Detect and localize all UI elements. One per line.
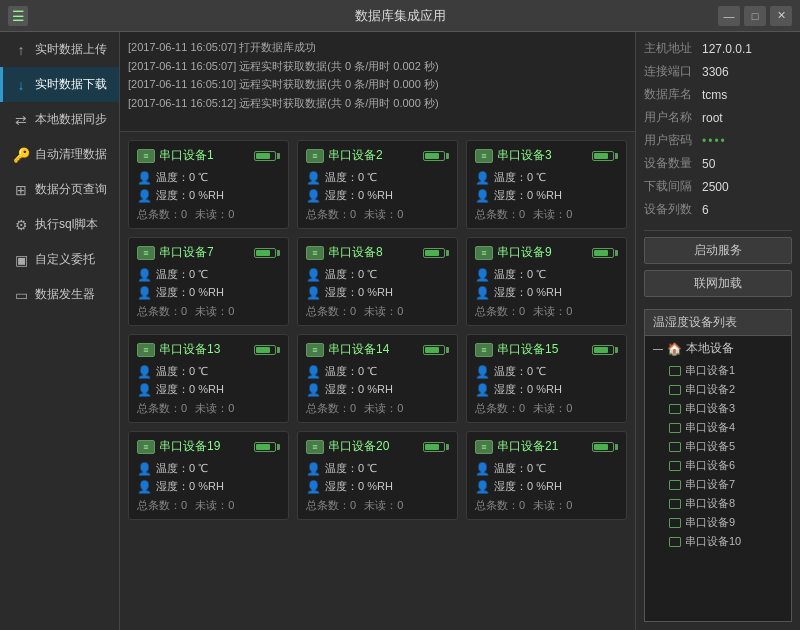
list-item[interactable]: 串口设备9	[645, 513, 791, 532]
generator-icon: ▭	[13, 287, 29, 303]
port-label: 连接端口	[644, 63, 702, 80]
device-card-header: 串口设备2	[306, 147, 449, 164]
device-list-local: — 🏠 本地设备	[645, 336, 791, 361]
list-device-icon	[669, 423, 681, 433]
battery-icon	[254, 248, 280, 258]
unread-label: 未读：0	[364, 401, 403, 416]
device-card-title: 串口设备8	[306, 244, 383, 261]
sidebar-item-query[interactable]: ⊞ 数据分页查询	[0, 172, 119, 207]
list-device-icon	[669, 366, 681, 376]
device-card-title: 串口设备1	[137, 147, 214, 164]
temp-value: 温度：0 ℃	[325, 170, 377, 185]
total-label: 总条数：0	[475, 498, 525, 513]
battery-fill	[425, 250, 439, 256]
humidity-icon: 👤	[475, 189, 490, 203]
temp-icon: 👤	[137, 462, 152, 476]
humidity-row: 👤 湿度：0 %RH	[137, 479, 280, 494]
battery-icon	[254, 151, 280, 161]
serial-icon	[475, 246, 493, 260]
battery-tip	[446, 347, 449, 353]
battery-tip	[615, 153, 618, 159]
list-item[interactable]: 串口设备10	[645, 532, 791, 551]
close-button[interactable]: ✕	[770, 6, 792, 26]
list-item[interactable]: 串口设备6	[645, 456, 791, 475]
battery-fill	[425, 153, 439, 159]
total-label: 总条数：0	[475, 304, 525, 319]
temp-row: 👤 温度：0 ℃	[475, 267, 618, 282]
serial-icon	[306, 149, 324, 163]
window-controls: — □ ✕	[718, 6, 792, 26]
device-card: 串口设备2 👤 温度：0 ℃ 👤 湿度：0 %RH 总条数：0 未读：0	[297, 140, 458, 229]
battery-fill	[425, 347, 439, 353]
start-service-button[interactable]: 启动服务	[644, 237, 792, 264]
sidebar-item-delegate[interactable]: ▣ 自定义委托	[0, 242, 119, 277]
battery-icon	[592, 345, 618, 355]
humidity-icon: 👤	[306, 480, 321, 494]
temp-row: 👤 温度：0 ℃	[137, 461, 280, 476]
temp-row: 👤 温度：0 ℃	[475, 461, 618, 476]
list-item[interactable]: 串口设备4	[645, 418, 791, 437]
device-list-items: 串口设备1串口设备2串口设备3串口设备4串口设备5串口设备6串口设备7串口设备8…	[645, 361, 791, 551]
log-entry: [2017-06-11 16:05:07] 打开数据库成功	[128, 38, 627, 57]
battery-icon	[423, 345, 449, 355]
list-device-icon	[669, 499, 681, 509]
humidity-icon: 👤	[137, 480, 152, 494]
sidebar-label-sync: 本地数据同步	[35, 111, 107, 128]
expand-icon: —	[653, 343, 663, 354]
sidebar-item-generator[interactable]: ▭ 数据发生器	[0, 277, 119, 312]
temp-icon: 👤	[137, 365, 152, 379]
devices-value: 50	[702, 157, 715, 171]
battery-body	[592, 345, 614, 355]
unread-label: 未读：0	[533, 498, 572, 513]
battery-body	[423, 442, 445, 452]
battery-body	[423, 248, 445, 258]
device-card: 串口设备8 👤 温度：0 ℃ 👤 湿度：0 %RH 总条数：0 未读：0	[297, 237, 458, 326]
sidebar-label-delegate: 自定义委托	[35, 251, 95, 268]
network-load-button[interactable]: 联网加载	[644, 270, 792, 297]
device-card: 串口设备14 👤 温度：0 ℃ 👤 湿度：0 %RH 总条数：0 未读：0	[297, 334, 458, 423]
unread-label: 未读：0	[364, 207, 403, 222]
unread-label: 未读：0	[195, 207, 234, 222]
device-card-title: 串口设备7	[137, 244, 214, 261]
humidity-row: 👤 湿度：0 %RH	[306, 479, 449, 494]
minimize-button[interactable]: —	[718, 6, 740, 26]
device-grid-container[interactable]: 串口设备1 👤 温度：0 ℃ 👤 湿度：0 %RH 总条数：0 未读：0	[120, 132, 635, 630]
list-item[interactable]: 串口设备7	[645, 475, 791, 494]
temp-icon: 👤	[306, 365, 321, 379]
sidebar-item-download[interactable]: ↓ 实时数据下载	[0, 67, 119, 102]
devices-label: 设备数量	[644, 155, 702, 172]
list-device-icon	[669, 404, 681, 414]
serial-icon	[306, 440, 324, 454]
password-row: 用户密码 ••••	[644, 132, 792, 149]
serial-icon	[137, 440, 155, 454]
app-title: 数据库集成应用	[0, 7, 800, 25]
interval-row: 下载间隔 2500	[644, 178, 792, 195]
battery-body	[254, 442, 276, 452]
battery-tip	[446, 153, 449, 159]
list-item[interactable]: 串口设备3	[645, 399, 791, 418]
device-card-title: 串口设备19	[137, 438, 220, 455]
unread-label: 未读：0	[195, 401, 234, 416]
list-item[interactable]: 串口设备2	[645, 380, 791, 399]
sidebar-item-upload[interactable]: ↑ 实时数据上传	[0, 32, 119, 67]
humidity-icon: 👤	[137, 286, 152, 300]
temp-icon: 👤	[475, 171, 490, 185]
battery-icon	[592, 151, 618, 161]
device-card-header: 串口设备1	[137, 147, 280, 164]
total-label: 总条数：0	[475, 207, 525, 222]
battery-tip	[277, 444, 280, 450]
temp-icon: 👤	[475, 268, 490, 282]
list-item[interactable]: 串口设备8	[645, 494, 791, 513]
serial-icon	[137, 246, 155, 260]
unread-label: 未读：0	[364, 498, 403, 513]
battery-tip	[615, 347, 618, 353]
maximize-button[interactable]: □	[744, 6, 766, 26]
list-item[interactable]: 串口设备1	[645, 361, 791, 380]
unread-label: 未读：0	[195, 498, 234, 513]
list-item[interactable]: 串口设备5	[645, 437, 791, 456]
humidity-row: 👤 湿度：0 %RH	[137, 285, 280, 300]
sidebar-item-manage[interactable]: 🔑 自动清理数据	[0, 137, 119, 172]
sidebar-item-sync[interactable]: ⇄ 本地数据同步	[0, 102, 119, 137]
sidebar-item-sql[interactable]: ⚙ 执行sql脚本	[0, 207, 119, 242]
battery-body	[592, 151, 614, 161]
